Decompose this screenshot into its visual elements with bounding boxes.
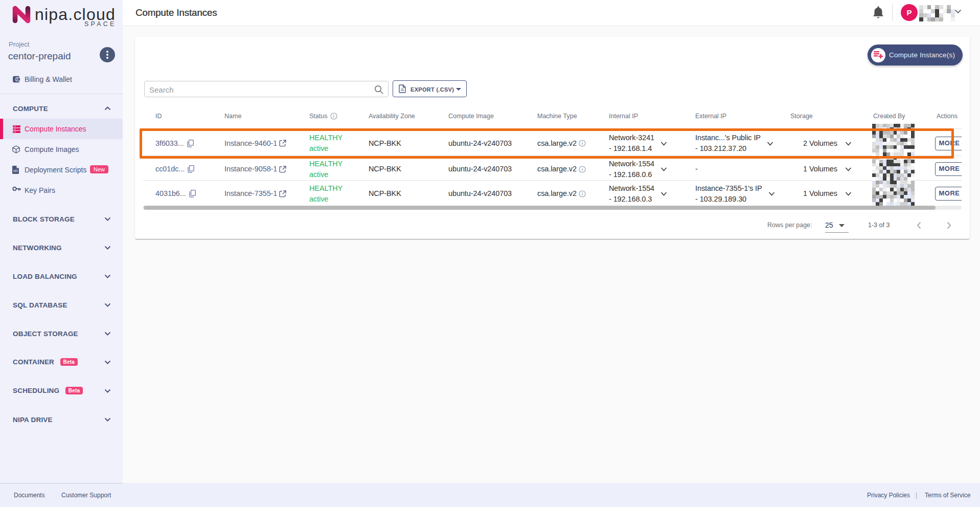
svg-text:SPACE: SPACE (84, 20, 116, 27)
